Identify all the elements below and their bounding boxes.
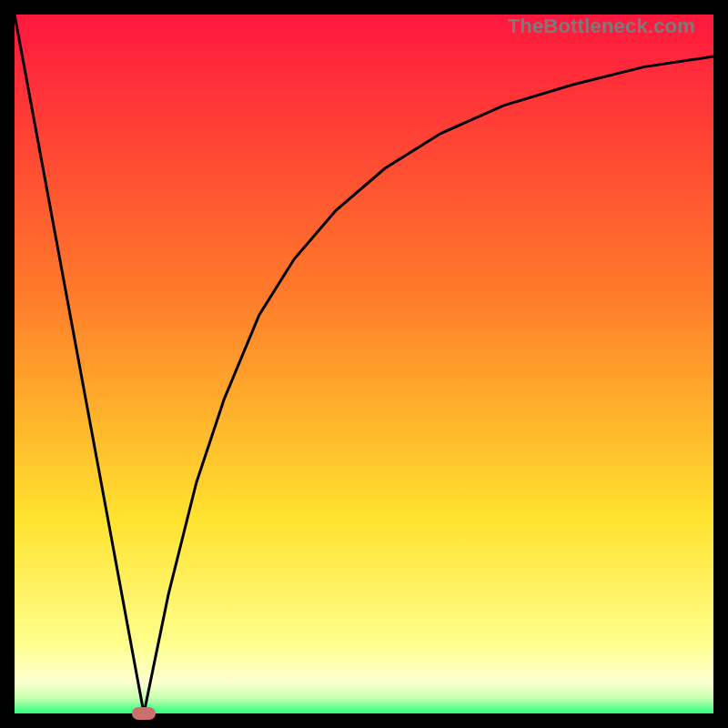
gradient-background — [15, 15, 713, 713]
chart-plot — [15, 15, 713, 713]
chart-frame: TheBottleneck.com — [15, 15, 713, 713]
watermark-text: TheBottleneck.com — [508, 15, 695, 38]
optimum-marker — [132, 707, 156, 720]
